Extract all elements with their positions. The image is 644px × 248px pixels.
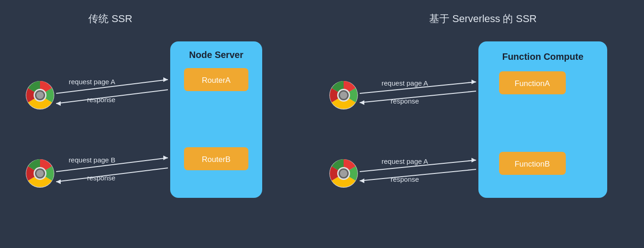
response-a-label-left: response	[87, 96, 115, 104]
request-b-label-left: request page B	[69, 156, 115, 164]
svg-point-17	[340, 170, 347, 177]
svg-point-5	[36, 92, 44, 99]
svg-point-9	[36, 170, 44, 177]
right-title: 基于 Serverless 的 SSR	[429, 13, 537, 24]
chrome-icon-right-a	[329, 81, 358, 110]
function-a-label: FunctionA	[515, 79, 550, 88]
chrome-icon-left-b	[26, 159, 54, 188]
svg-point-13	[340, 92, 347, 99]
chrome-icon-left-a	[26, 81, 54, 110]
router-b-label: RouterB	[202, 155, 230, 164]
left-title: 传统 SSR	[88, 13, 132, 24]
node-server-box	[170, 41, 262, 198]
response-b-label-left: response	[87, 174, 115, 182]
function-compute-title: Function Compute	[502, 52, 584, 62]
router-a-label: RouterA	[202, 76, 231, 85]
request-a-label-right: request page A	[382, 79, 428, 87]
main-diagram-svg: 传统 SSR Node Server RouterA RouterB reque…	[0, 0, 644, 248]
response-a-label-right: response	[391, 97, 419, 105]
node-server-title: Node Server	[189, 50, 243, 60]
request-b-label-right: request page A	[382, 157, 428, 165]
request-a-label-left: request page A	[69, 78, 115, 86]
chrome-icon-right-b	[329, 159, 358, 188]
response-b-label-right: response	[391, 175, 419, 183]
function-b-label: FunctionB	[515, 160, 550, 168]
